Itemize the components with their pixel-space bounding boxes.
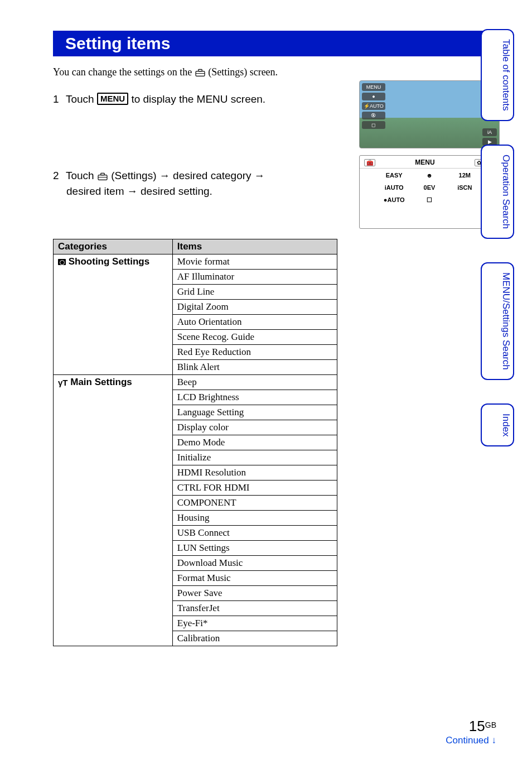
svg-rect-1: [198, 69, 201, 71]
tab-operation-search[interactable]: Operation Search: [481, 145, 514, 239]
item-initialize[interactable]: Initialize: [172, 450, 337, 465]
step-1: 1 Touch MENU to display the MENU screen.: [53, 92, 348, 108]
item-download-music[interactable]: Download Music: [172, 556, 337, 571]
category-shooting-label: Shooting Settings: [69, 256, 149, 267]
item-usb-connect[interactable]: USB Connect: [172, 526, 337, 541]
th-categories: Categories: [54, 239, 173, 254]
step-2-line2: desired item → desired setting.: [66, 184, 348, 200]
ss1-icon-flash: ⚡AUTO: [362, 102, 385, 110]
page-number: 15: [469, 718, 485, 734]
screenshot-menu-view: 🧰 MENU ✿ ✕ EASY ☻ 12M iAUTO 0EV iSCN ●AU…: [359, 155, 500, 229]
ss2-item: EASY: [376, 172, 412, 179]
item-movie-format[interactable]: Movie format: [172, 254, 337, 270]
screenshot1-left-icons: MENU ● ⚡AUTO ⦿ ◻: [362, 83, 385, 129]
item-blink-alert[interactable]: Blink Alert: [172, 360, 337, 375]
item-calibration[interactable]: Calibration: [172, 631, 337, 646]
ss2-item: ☐: [412, 196, 447, 204]
item-red-eye-reduction[interactable]: Red Eye Reduction: [172, 345, 337, 360]
step-2-prefix: Touch: [66, 170, 97, 181]
ss2-grid: EASY ☻ 12M iAUTO 0EV iSCN ●AUTO ☐: [360, 169, 499, 207]
tools-icon: γT: [58, 378, 68, 387]
svg-rect-4: [101, 173, 104, 175]
step-1-prefix: Touch: [66, 93, 97, 105]
step-1-suffix: to display the MENU screen.: [131, 93, 265, 105]
item-power-save[interactable]: Power Save: [172, 586, 337, 601]
item-demo-mode[interactable]: Demo Mode: [172, 435, 337, 450]
item-eye-fi[interactable]: Eye-Fi*: [172, 616, 337, 631]
intro-suffix: (Settings) screen.: [208, 66, 278, 78]
category-shooting-settings: Shooting Settings: [54, 254, 173, 375]
toolbox-icon: [195, 68, 206, 77]
item-lcd-brightness[interactable]: LCD Brightness: [172, 390, 337, 405]
item-lun-settings[interactable]: LUN Settings: [172, 541, 337, 556]
page-title: Setting items: [53, 31, 499, 56]
item-beep[interactable]: Beep: [172, 375, 337, 390]
ss2-item: [447, 196, 482, 204]
tab-menu-settings-search[interactable]: MENU/Settings Search: [481, 262, 514, 380]
category-main-settings: γT Main Settings: [54, 375, 173, 646]
ss1-icon-disp: ◻: [362, 121, 385, 129]
ss2-item: ☻: [412, 172, 447, 179]
menu-button-label: MENU: [97, 93, 128, 105]
ss1-icon-menu: MENU: [362, 83, 385, 91]
ss2-toolbox-icon: 🧰: [364, 159, 375, 166]
step-2-mid: (Settings) → desired category →: [111, 170, 265, 181]
settings-table: Categories Items Shooting Settings Movie…: [53, 239, 337, 646]
item-digital-zoom[interactable]: Digital Zoom: [172, 300, 337, 315]
item-ctrl-for-hdmi[interactable]: CTRL FOR HDMI: [172, 480, 337, 496]
ss2-menu-label: MENU: [415, 158, 434, 166]
screenshot-camera-view: MENU ● ⚡AUTO ⦿ ◻ iA ▶: [359, 80, 500, 148]
ss2-item: iAUTO: [376, 184, 412, 191]
intro-text: You can change the settings on the (Sett…: [53, 66, 499, 78]
item-hdmi-resolution[interactable]: HDMI Resolution: [172, 465, 337, 480]
ss2-item: 12M: [447, 172, 482, 179]
ss2-item: iSCN: [447, 184, 482, 191]
item-language-setting[interactable]: Language Setting: [172, 405, 337, 420]
tab-table-of-contents[interactable]: Table of contents: [481, 29, 514, 121]
item-grid-line[interactable]: Grid Line: [172, 285, 337, 300]
item-format-music[interactable]: Format Music: [172, 571, 337, 586]
category-main-label: Main Settings: [70, 377, 132, 387]
step-2: 2 Touch (Settings) → desired category → …: [53, 168, 348, 200]
item-housing[interactable]: Housing: [172, 511, 337, 526]
ss2-item: 0EV: [412, 184, 447, 191]
camera-icon: [58, 259, 66, 265]
step-1-number: 1: [53, 92, 63, 108]
page-gb: GB: [485, 720, 496, 729]
item-component[interactable]: COMPONENT: [172, 496, 337, 511]
item-auto-orientation[interactable]: Auto Orientation: [172, 315, 337, 330]
continued-link[interactable]: Continued ↓: [446, 735, 496, 746]
item-af-illuminator[interactable]: AF Illuminator: [172, 270, 337, 285]
toolbox-icon: [97, 172, 108, 181]
item-transferjet[interactable]: TransferJet: [172, 601, 337, 616]
step-2-number: 2: [53, 168, 63, 184]
page-footer: 15GB Continued ↓: [446, 718, 496, 746]
th-items: Items: [172, 239, 337, 254]
ss2-item: ●AUTO: [376, 196, 412, 204]
ss1-icon-timer: ⦿: [362, 112, 385, 119]
item-scene-recog-guide[interactable]: Scene Recog. Guide: [172, 330, 337, 345]
ss1-icon-movie: ●: [362, 93, 385, 100]
intro-prefix: You can change the settings on the: [53, 66, 195, 78]
side-tabs: Table of contents Operation Search MENU/…: [481, 29, 514, 446]
tab-index[interactable]: Index: [481, 403, 514, 447]
item-display-color[interactable]: Display color: [172, 420, 337, 435]
